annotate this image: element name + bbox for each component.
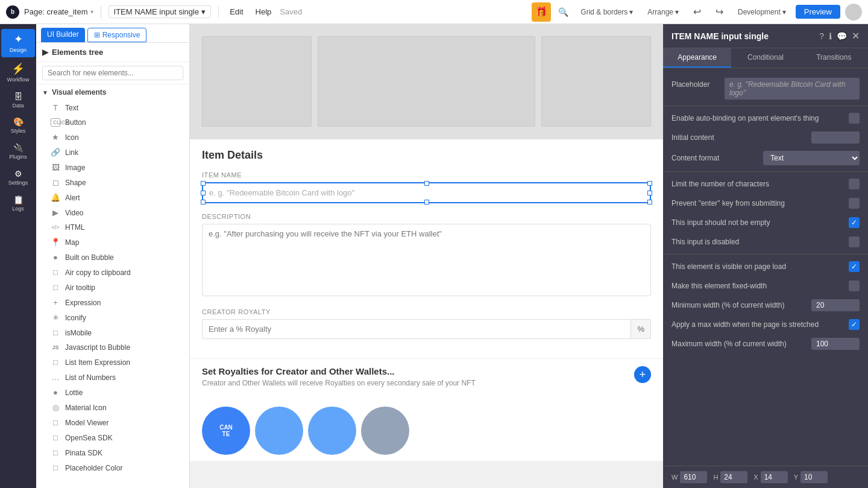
avatar-3[interactable] bbox=[308, 407, 356, 455]
auto-binding-toggle[interactable] bbox=[849, 113, 860, 124]
resize-handle-bl[interactable] bbox=[201, 200, 206, 204]
element-item-button[interactable]: CLICK Button bbox=[36, 115, 189, 130]
info-icon[interactable]: ℹ bbox=[829, 31, 832, 41]
page-selector[interactable]: Page: create_item ▾ bbox=[24, 7, 93, 16]
element-item-html[interactable]: </> HTML bbox=[36, 220, 189, 235]
sidebar-item-plugins[interactable]: 🔌 Plugins bbox=[1, 139, 35, 164]
max-width-input[interactable] bbox=[811, 338, 860, 350]
element-item-ismobile[interactable]: □ isMobile bbox=[36, 325, 189, 340]
gift-icon[interactable]: 🎁 bbox=[532, 2, 551, 22]
sidebar-item-logs[interactable]: 📋 Logs bbox=[1, 191, 35, 216]
element-item-alert[interactable]: 🔔 Alert bbox=[36, 190, 189, 205]
resize-handle-tc[interactable] bbox=[424, 181, 429, 186]
avatar-2[interactable] bbox=[255, 407, 303, 455]
resize-handle-br[interactable] bbox=[647, 200, 652, 204]
redo-button[interactable]: ↪ bbox=[711, 5, 728, 19]
element-item-shape[interactable]: ◻ Shape bbox=[36, 175, 189, 190]
sidebar-item-styles[interactable]: 🎨 Styles bbox=[1, 113, 35, 138]
lottie-icon: ● bbox=[51, 388, 60, 397]
tab-conditional[interactable]: Conditional bbox=[731, 48, 799, 68]
avatar-4[interactable] bbox=[361, 407, 409, 455]
bubble-element-icon: ● bbox=[51, 253, 60, 262]
comment-icon[interactable]: 💬 bbox=[837, 31, 847, 41]
placeholder-value[interactable]: e. g. "Redeemable Bitcoin Card with logo… bbox=[725, 78, 860, 100]
x-input[interactable] bbox=[761, 471, 788, 483]
h-label: H bbox=[713, 474, 718, 481]
user-avatar[interactable] bbox=[845, 4, 862, 21]
tab-transitions[interactable]: Transitions bbox=[800, 48, 868, 68]
auto-binding-row: Enable auto-binding on parent element's … bbox=[663, 109, 868, 128]
sidebar-item-data[interactable]: 🗄 Data bbox=[1, 88, 35, 113]
resize-handle-ml[interactable] bbox=[201, 191, 206, 195]
element-item-icon[interactable]: ★ Icon bbox=[36, 130, 189, 145]
min-width-input[interactable] bbox=[811, 299, 860, 311]
element-item-model-viewer[interactable]: □ Model Viewer bbox=[36, 415, 189, 430]
element-item-opensea-sdk[interactable]: □ OpenSea SDK bbox=[36, 430, 189, 445]
help-circle-icon[interactable]: ? bbox=[819, 31, 824, 41]
element-item-air-tooltip[interactable]: □ Air tooltip bbox=[36, 280, 189, 295]
element-item-built-on-bubble[interactable]: ● Built on Bubble bbox=[36, 250, 189, 265]
description-input[interactable] bbox=[202, 224, 651, 296]
prevent-enter-toggle[interactable] bbox=[849, 198, 860, 209]
tab-ui-builder[interactable]: UI Builder bbox=[41, 28, 85, 42]
element-item-link[interactable]: 🔗 Link bbox=[36, 145, 189, 160]
min-width-label: Minimum width (% of current width) bbox=[671, 301, 811, 309]
apply-max-width-toggle[interactable]: ✓ bbox=[849, 319, 860, 330]
not-empty-toggle[interactable]: ✓ bbox=[849, 217, 860, 228]
sidebar-item-workflow[interactable]: ⚡ Workflow bbox=[1, 59, 35, 87]
tab-appearance[interactable]: Appearance bbox=[663, 48, 731, 68]
initial-content-input[interactable] bbox=[811, 132, 860, 144]
set-royalties-title: Set Royalties for Creator and Other Wall… bbox=[202, 366, 476, 376]
visual-elements-header[interactable]: ▼ Visual elements bbox=[36, 84, 189, 100]
width-input[interactable] bbox=[680, 471, 707, 483]
element-item-text[interactable]: T Text bbox=[36, 100, 189, 115]
element-item-lottie[interactable]: ● Lottie bbox=[36, 385, 189, 400]
element-item-placeholder-color[interactable]: □ Placeholder Color bbox=[36, 460, 189, 475]
item-name-input[interactable]: e. g. "Redeemable Bitcoin Card with logo… bbox=[202, 182, 651, 203]
height-input[interactable] bbox=[720, 471, 747, 483]
element-item-iconify[interactable]: ✳ Iconify bbox=[36, 310, 189, 325]
sidebar-item-design[interactable]: ✦ Design bbox=[1, 29, 35, 57]
avatar-1[interactable]: CANTE bbox=[202, 407, 250, 455]
edit-button[interactable]: Edit bbox=[226, 6, 247, 17]
resize-handle-tr[interactable] bbox=[647, 181, 652, 186]
item-name-selector[interactable]: ITEM NAME input single ▾ bbox=[108, 5, 212, 18]
undo-button[interactable]: ↩ bbox=[688, 5, 706, 19]
content-format-select[interactable]: Text bbox=[763, 151, 860, 165]
creator-royalty-field: CREATOR ROYALTY % bbox=[202, 308, 651, 339]
help-button[interactable]: Help bbox=[252, 6, 275, 17]
visible-on-load-toggle[interactable]: ✓ bbox=[849, 261, 860, 272]
disabled-toggle[interactable] bbox=[849, 236, 860, 247]
preview-button[interactable]: Preview bbox=[796, 5, 840, 19]
resize-handle-mr[interactable] bbox=[647, 191, 652, 195]
elements-tree-header[interactable]: ▶ Elements tree bbox=[36, 43, 189, 62]
description-field: DESCRIPTION bbox=[202, 213, 651, 299]
close-icon[interactable]: ✕ bbox=[852, 30, 860, 42]
add-royalty-button[interactable]: + bbox=[634, 366, 651, 383]
element-item-air-copy[interactable]: □ Air copy to clipboard bbox=[36, 265, 189, 280]
element-item-material-icon[interactable]: ◎ Material Icon bbox=[36, 400, 189, 415]
development-button[interactable]: Development ▾ bbox=[733, 7, 791, 17]
resize-handle-bc[interactable] bbox=[424, 200, 429, 204]
element-item-image[interactable]: 🖼 Image bbox=[36, 160, 189, 175]
limit-chars-toggle[interactable] bbox=[849, 179, 860, 189]
element-item-expression[interactable]: + Expression bbox=[36, 295, 189, 310]
element-item-list-of-numbers[interactable]: … List of Numbers bbox=[36, 370, 189, 385]
resize-handle-tl[interactable] bbox=[201, 181, 206, 186]
grid-borders-button[interactable]: Grid & borders ▾ bbox=[576, 7, 638, 17]
avatars-row: CANTE bbox=[190, 401, 663, 461]
royalty-input[interactable] bbox=[202, 319, 631, 339]
element-item-map[interactable]: 📍 Map bbox=[36, 235, 189, 250]
element-item-js-bubble[interactable]: JS Javascript to Bubble bbox=[36, 340, 189, 355]
element-item-list-item-expression[interactable]: □ List Item Expression bbox=[36, 355, 189, 370]
tab-responsive[interactable]: ⊞ Responsive bbox=[87, 28, 147, 42]
sidebar-item-settings[interactable]: ⚙ Settings bbox=[1, 165, 35, 190]
search-input[interactable] bbox=[42, 66, 183, 80]
fixed-width-toggle[interactable] bbox=[849, 280, 860, 291]
element-item-pinata-sdk[interactable]: □ Pinata SDK bbox=[36, 445, 189, 460]
y-input[interactable] bbox=[800, 471, 828, 483]
placeholder-color-icon: □ bbox=[51, 463, 60, 472]
chevron-down-icon-3: ▾ bbox=[782, 8, 786, 16]
arrange-button[interactable]: Arrange ▾ bbox=[643, 7, 684, 17]
element-item-video[interactable]: ▶ Video bbox=[36, 205, 189, 220]
